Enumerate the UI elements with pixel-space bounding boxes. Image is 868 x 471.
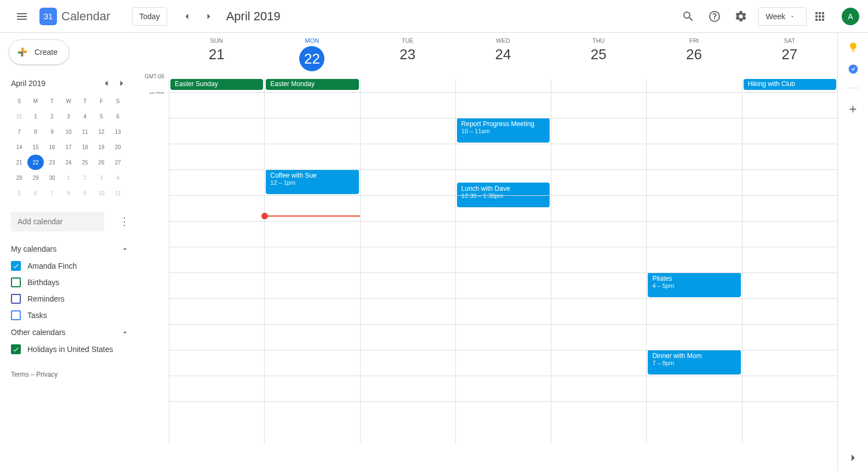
day-header[interactable]: FRI 26 [646, 33, 741, 79]
allday-cell[interactable] [360, 79, 455, 92]
calendar-checkbox[interactable] [11, 344, 21, 354]
day-header[interactable]: MON 22 [264, 33, 359, 79]
mini-day[interactable]: 23 [44, 155, 60, 170]
mini-day[interactable]: 13 [110, 124, 126, 139]
day-header[interactable]: SUN 21 [169, 33, 264, 79]
terms-link[interactable]: Terms [11, 371, 29, 378]
allday-cell[interactable]: Easter Monday [264, 79, 359, 92]
day-header[interactable]: TUE 23 [360, 33, 455, 79]
mini-day[interactable]: 5 [93, 109, 110, 124]
mini-day[interactable]: 10 [60, 124, 77, 139]
mini-day[interactable]: 4 [77, 109, 93, 124]
day-header[interactable]: WED 24 [455, 33, 551, 79]
calendar-event[interactable]: Report Progress Meeting10 – 11am [457, 118, 550, 143]
calendar-checkbox[interactable] [11, 277, 21, 287]
mini-day[interactable]: 4 [110, 170, 126, 185]
mini-day[interactable]: 7 [44, 185, 60, 201]
mini-day[interactable]: 8 [27, 124, 44, 139]
account-avatar[interactable]: A [842, 8, 859, 25]
mini-day[interactable]: 31 [11, 109, 27, 124]
mini-prev-button[interactable] [99, 76, 114, 91]
allday-cell[interactable]: Hiking with Club [742, 79, 837, 92]
day-header[interactable]: THU 25 [551, 33, 646, 79]
mini-day[interactable]: 11 [110, 185, 126, 201]
mini-day[interactable]: 29 [27, 170, 44, 185]
mini-day[interactable]: 9 [44, 124, 60, 139]
mini-day[interactable]: 3 [93, 170, 110, 185]
mini-day[interactable]: 30 [44, 170, 60, 185]
tasks-icon[interactable] [848, 64, 859, 75]
mini-day[interactable]: 3 [60, 109, 77, 124]
show-panel-icon[interactable] [847, 451, 860, 464]
prev-period-button[interactable] [176, 5, 198, 27]
allday-cell[interactable] [551, 79, 646, 92]
keep-icon[interactable] [848, 42, 859, 53]
mini-day[interactable]: 18 [77, 139, 93, 155]
calendar-item[interactable]: Birthdays [4, 274, 136, 291]
calendar-event[interactable]: Pilates4 – 5pm [648, 273, 740, 297]
day-column[interactable]: Report Progress Meeting10 – 11amLunch wi… [455, 92, 551, 443]
mini-day[interactable]: 12 [93, 124, 110, 139]
mini-day[interactable]: 11 [77, 124, 93, 139]
settings-icon[interactable] [728, 3, 754, 30]
create-button[interactable]: Create [9, 39, 69, 65]
calendar-event[interactable]: Coffee with Sue12 – 1pm [266, 169, 358, 194]
mini-day[interactable]: 21 [11, 155, 27, 170]
calendar-item[interactable]: Reminders [4, 291, 136, 307]
next-period-button[interactable] [198, 5, 220, 27]
mini-day[interactable]: 26 [93, 155, 110, 170]
mini-day[interactable]: 25 [77, 155, 93, 170]
apps-icon[interactable] [807, 3, 833, 30]
day-header[interactable]: SAT 27 [742, 33, 837, 79]
day-column[interactable] [169, 92, 264, 443]
mini-day[interactable]: 9 [77, 185, 93, 201]
mini-day[interactable]: 2 [77, 170, 93, 185]
day-column[interactable] [551, 92, 646, 443]
privacy-link[interactable]: Privacy [36, 371, 58, 378]
mini-day[interactable]: 10 [93, 185, 110, 201]
calendar-event[interactable]: Dinner with Mom7 – 8pm [648, 350, 740, 374]
mini-day[interactable]: 24 [60, 155, 77, 170]
my-calendars-toggle[interactable]: My calendars [4, 240, 136, 258]
mini-day[interactable]: 27 [110, 155, 126, 170]
menu-button[interactable] [9, 3, 35, 30]
mini-day[interactable]: 6 [27, 185, 44, 201]
calendar-item[interactable]: Holidays in United States [4, 341, 136, 357]
day-column[interactable]: Coffee with Sue12 – 1pm [264, 92, 359, 443]
today-button[interactable]: Today [132, 7, 167, 26]
calendar-item[interactable]: Tasks [4, 307, 136, 324]
calendar-checkbox[interactable] [11, 310, 21, 320]
search-icon[interactable] [675, 3, 701, 30]
help-icon[interactable] [701, 3, 728, 30]
add-calendar-input[interactable] [11, 212, 104, 231]
mini-day[interactable]: 6 [110, 109, 126, 124]
calendar-item[interactable]: Amanda Finch [4, 258, 136, 274]
mini-day[interactable]: 5 [11, 185, 27, 201]
calendar-checkbox[interactable] [11, 294, 21, 304]
allday-event[interactable]: Hiking with Club [744, 79, 836, 90]
mini-day[interactable]: 17 [60, 139, 77, 155]
day-column[interactable] [742, 92, 837, 443]
mini-day[interactable]: 7 [11, 124, 27, 139]
mini-day[interactable]: 20 [110, 139, 126, 155]
mini-day[interactable]: 2 [44, 109, 60, 124]
mini-day[interactable]: 19 [93, 139, 110, 155]
add-addon-button[interactable]: + [849, 101, 856, 117]
allday-cell[interactable] [455, 79, 551, 92]
allday-event[interactable]: Easter Sunday [170, 79, 263, 90]
mini-day[interactable]: 14 [11, 139, 27, 155]
mini-day[interactable]: 16 [44, 139, 60, 155]
mini-next-button[interactable] [114, 76, 129, 91]
allday-event[interactable]: Easter Monday [266, 79, 358, 90]
allday-cell[interactable] [646, 79, 741, 92]
other-calendars-toggle[interactable]: Other calendars [4, 324, 136, 341]
mini-day[interactable]: 28 [11, 170, 27, 185]
mini-day[interactable]: 22 [27, 155, 44, 170]
allday-cell[interactable]: Easter Sunday [169, 79, 264, 92]
mini-day[interactable]: 1 [60, 170, 77, 185]
mini-day[interactable]: 1 [27, 109, 44, 124]
day-column[interactable] [360, 92, 455, 443]
view-selector[interactable]: Week [758, 7, 807, 26]
mini-day[interactable]: 15 [27, 139, 44, 155]
calendar-checkbox[interactable] [11, 261, 21, 271]
